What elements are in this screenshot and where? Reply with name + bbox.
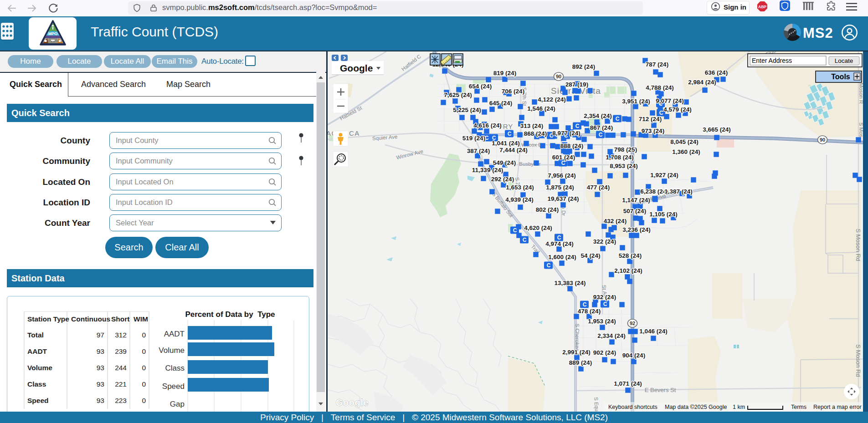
svg-text:1,875 (24): 1,875 (24) bbox=[546, 184, 574, 191]
svg-text:C: C bbox=[616, 116, 620, 122]
svg-text:S Moson Rd: S Moson Rd bbox=[855, 344, 862, 377]
svg-text:Google: Google bbox=[340, 63, 373, 73]
svg-text:13,383 (24): 13,383 (24) bbox=[554, 280, 586, 286]
svg-text:C: C bbox=[599, 132, 603, 138]
svg-text:888 (24): 888 (24) bbox=[560, 143, 583, 149]
svg-text:E Bevers St: E Bevers St bbox=[645, 387, 676, 393]
svg-text:Tools: Tools bbox=[831, 73, 850, 81]
svg-text:1,046 (24): 1,046 (24) bbox=[639, 328, 668, 335]
svg-text:Terms: Terms bbox=[791, 404, 806, 410]
svg-text:2,991 (24): 2,991 (24) bbox=[562, 349, 591, 356]
svg-text:5,225 (24): 5,225 (24) bbox=[453, 107, 481, 113]
svg-text:1,105 (24): 1,105 (24) bbox=[649, 211, 678, 218]
svg-text:549 (24): 549 (24) bbox=[493, 159, 516, 166]
svg-text:802 (24): 802 (24) bbox=[536, 206, 559, 213]
svg-text:Map data ©2025 Google: Map data ©2025 Google bbox=[665, 404, 727, 410]
svg-text:292 (24): 292 (24) bbox=[491, 176, 514, 183]
svg-text:C: C bbox=[561, 160, 565, 166]
svg-text:867 (24): 867 (24) bbox=[590, 124, 613, 131]
svg-text:Report a map error: Report a map error bbox=[813, 404, 862, 410]
svg-text:S Moson Rd: S Moson Rd bbox=[855, 229, 862, 261]
svg-text:C: C bbox=[508, 131, 512, 137]
svg-text:507 (24): 507 (24) bbox=[623, 208, 646, 214]
svg-text:904 (24): 904 (24) bbox=[622, 352, 645, 359]
svg-text:798 (25): 798 (25) bbox=[614, 146, 637, 153]
svg-text:Enter Address: Enter Address bbox=[752, 57, 792, 64]
svg-text:90: 90 bbox=[556, 74, 561, 79]
svg-text:C: C bbox=[523, 237, 527, 243]
svg-text:1,653 (24): 1,653 (24) bbox=[506, 184, 534, 191]
svg-text:CA: CA bbox=[349, 129, 360, 137]
svg-text:C: C bbox=[547, 262, 551, 269]
svg-text:654 (24): 654 (24) bbox=[469, 83, 492, 90]
svg-text:4,620 (24): 4,620 (24) bbox=[524, 224, 552, 231]
svg-text:4,122 (24): 4,122 (24) bbox=[538, 96, 566, 103]
svg-text:432 (24): 432 (24) bbox=[604, 218, 627, 224]
svg-text:1,953 (24): 1,953 (24) bbox=[588, 318, 616, 325]
svg-text:4,939 (24): 4,939 (24) bbox=[505, 196, 534, 203]
svg-text:8,953 (24): 8,953 (24) bbox=[610, 163, 638, 169]
svg-text:7,956 (24): 7,956 (24) bbox=[548, 172, 576, 179]
svg-text:C: C bbox=[513, 227, 517, 234]
svg-text:313 (24): 313 (24) bbox=[520, 122, 543, 129]
svg-text:90: 90 bbox=[820, 137, 825, 143]
svg-text:4,616 (24): 4,616 (24) bbox=[473, 122, 502, 129]
svg-text:C: C bbox=[557, 234, 561, 241]
svg-text:902 (24): 902 (24) bbox=[593, 349, 616, 356]
svg-text:1,708 (24): 1,708 (24) bbox=[606, 154, 634, 161]
svg-text:S Mos: S Mos bbox=[858, 122, 863, 138]
svg-text:19,637 (24): 19,637 (24) bbox=[547, 195, 579, 202]
svg-text:819 (24): 819 (24) bbox=[493, 70, 516, 76]
svg-text:3,236 (24): 3,236 (24) bbox=[622, 226, 651, 233]
svg-text:11,339 (24): 11,339 (24) bbox=[472, 167, 503, 173]
svg-text:2,354 (24): 2,354 (24) bbox=[584, 112, 612, 119]
svg-text:478 (24): 478 (24) bbox=[578, 308, 601, 315]
svg-text:4,788 (24): 4,788 (24) bbox=[646, 84, 674, 91]
svg-text:1,387 (24): 1,387 (24) bbox=[664, 188, 693, 195]
svg-text:519 (24): 519 (24) bbox=[462, 135, 485, 142]
svg-text:1,360 (24): 1,360 (24) bbox=[672, 148, 700, 155]
svg-text:1 km: 1 km bbox=[733, 404, 745, 410]
svg-text:892 (24): 892 (24) bbox=[572, 63, 595, 70]
svg-text:92: 92 bbox=[630, 321, 635, 326]
svg-text:868 (24): 868 (24) bbox=[524, 130, 547, 137]
svg-text:Moson R: Moson R bbox=[858, 83, 863, 104]
svg-text:C: C bbox=[659, 110, 663, 116]
svg-text:2,984 (24): 2,984 (24) bbox=[688, 79, 716, 86]
svg-text:54 (24): 54 (24) bbox=[581, 252, 601, 259]
svg-text:3,665 (24): 3,665 (24) bbox=[703, 126, 731, 133]
svg-text:Keyboard shortcuts: Keyboard shortcuts bbox=[608, 404, 657, 410]
svg-text:S Equ: S Equ bbox=[593, 397, 600, 412]
svg-text:C: C bbox=[575, 123, 580, 129]
svg-text:C: C bbox=[603, 301, 607, 307]
svg-text:973 (24): 973 (24) bbox=[642, 127, 664, 134]
svg-text:9,077 (24): 9,077 (24) bbox=[656, 97, 684, 104]
svg-text:712 (24): 712 (24) bbox=[639, 116, 662, 122]
svg-text:645 (24): 645 (24) bbox=[489, 100, 512, 107]
svg-text:8,045 (24): 8,045 (24) bbox=[670, 138, 699, 145]
svg-text:ABP: ABP bbox=[758, 5, 766, 9]
svg-text:4,974 (24): 4,974 (24) bbox=[545, 240, 574, 247]
svg-text:MPO: MPO bbox=[48, 31, 58, 36]
svg-text:8,977 (24): 8,977 (24) bbox=[552, 130, 580, 137]
svg-text:2,334 (24): 2,334 (24) bbox=[597, 332, 626, 339]
svg-text:7,625 (24): 7,625 (24) bbox=[444, 92, 472, 98]
svg-text:Google: Google bbox=[336, 398, 369, 408]
svg-text:4,579 (24): 4,579 (24) bbox=[663, 106, 692, 113]
svg-text:Locate: Locate bbox=[835, 57, 853, 64]
svg-text:C: C bbox=[583, 301, 587, 308]
svg-text:1,147 (24): 1,147 (24) bbox=[622, 197, 650, 204]
svg-text:528 (24): 528 (24) bbox=[619, 252, 642, 259]
svg-text:477 (24): 477 (24) bbox=[587, 184, 610, 191]
svg-text:1,041 (24): 1,041 (24) bbox=[492, 140, 520, 147]
svg-text:1,927 (24): 1,927 (24) bbox=[650, 172, 678, 178]
svg-text:387 (24): 387 (24) bbox=[467, 148, 490, 154]
svg-text:889 (24): 889 (24) bbox=[569, 359, 592, 366]
svg-text:601 (24): 601 (24) bbox=[552, 154, 575, 161]
svg-text:1,546 (24): 1,546 (24) bbox=[527, 105, 555, 112]
svg-text:322 (24): 322 (24) bbox=[593, 238, 616, 245]
svg-text:636 (24): 636 (24) bbox=[705, 69, 728, 76]
svg-text:3,951 (24): 3,951 (24) bbox=[622, 98, 650, 105]
svg-text:787 (24): 787 (24) bbox=[646, 61, 668, 68]
svg-text:1,600 (24): 1,600 (24) bbox=[548, 254, 576, 260]
